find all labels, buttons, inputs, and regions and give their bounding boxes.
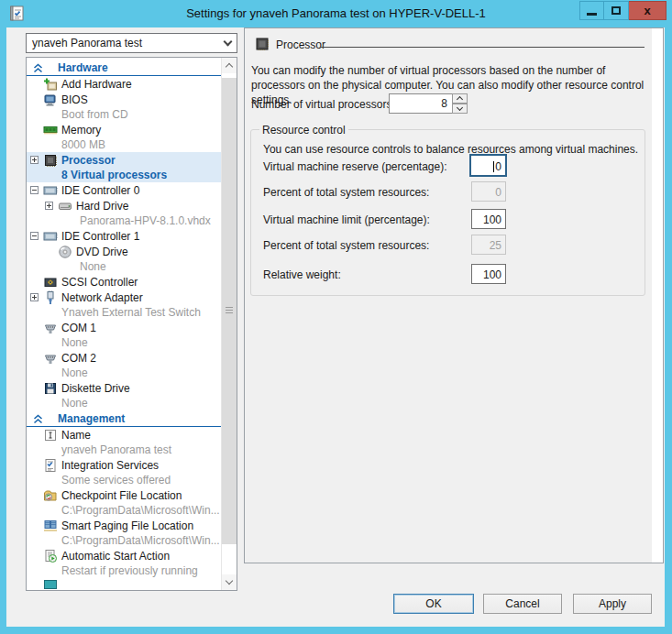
bios-icon bbox=[43, 93, 58, 107]
item-subtext: C:\ProgramData\Microsoft\Win... bbox=[61, 534, 220, 547]
vm-selector-dropdown[interactable]: ynaveh Panorama test bbox=[26, 33, 237, 53]
collapse-section-icon[interactable] bbox=[33, 63, 43, 73]
resource-row-input[interactable]: 100 bbox=[471, 264, 506, 284]
minimize-icon bbox=[587, 13, 597, 16]
sidebar-item-com-2[interactable]: COM 2 bbox=[27, 350, 221, 366]
resource-row-label: Virtual machine limit (percentage): bbox=[263, 213, 430, 226]
spin-down-icon[interactable] bbox=[452, 104, 468, 114]
resource-control-description: You can use resource controls to balance… bbox=[263, 143, 638, 156]
sidebar-item-com-1[interactable]: COM 1 bbox=[27, 320, 221, 335]
pane-title-rule bbox=[320, 47, 644, 48]
network-icon bbox=[43, 290, 58, 305]
sidebar-item-diskette-drive[interactable]: Diskette Drive bbox=[27, 380, 221, 396]
sidebar-item-processor[interactable]: Processor bbox=[27, 152, 221, 168]
dvd-icon bbox=[58, 245, 72, 259]
expand-icon[interactable] bbox=[45, 202, 53, 210]
scroll-down-icon[interactable] bbox=[222, 574, 237, 590]
maximize-button[interactable] bbox=[604, 1, 629, 20]
titlebar[interactable]: Settings for ynaveh Panorama test on HYP… bbox=[0, 0, 672, 27]
section-label: Hardware bbox=[58, 61, 108, 74]
item-subtext-row: None bbox=[27, 259, 221, 274]
sidebar-item-checkpoint-file-location[interactable]: Checkpoint File Location bbox=[27, 487, 221, 503]
item-subtext: Restart if previously running bbox=[61, 564, 198, 577]
sidebar-item-bios[interactable]: BIOS bbox=[27, 92, 221, 107]
add-hardware-icon bbox=[43, 77, 58, 92]
sidebar-item-ide-controller-1[interactable]: IDE Controller 1 bbox=[27, 228, 221, 244]
item-label: Network Adapter bbox=[61, 291, 143, 304]
section-header-management[interactable]: Management bbox=[27, 410, 221, 427]
sidebar-item-scsi-controller[interactable]: SCSI Controller bbox=[27, 274, 221, 290]
cancel-button[interactable]: Cancel bbox=[483, 594, 562, 614]
close-icon: x bbox=[644, 4, 650, 17]
sidebar-item-name[interactable]: Name bbox=[27, 427, 221, 443]
sidebar-item-network-adapter[interactable]: Network Adapter bbox=[27, 290, 221, 305]
settings-pane: Processor You can modify the number of v… bbox=[244, 27, 664, 563]
ok-button[interactable]: OK bbox=[393, 594, 474, 614]
sidebar-item-dvd-drive[interactable]: DVD Drive bbox=[27, 244, 221, 259]
resource-row-relative-weight: Relative weight:100 bbox=[251, 264, 644, 286]
sidebar-item-memory[interactable]: Memory bbox=[27, 122, 221, 137]
item-subtext: None bbox=[80, 260, 106, 273]
item-label: Name bbox=[61, 429, 91, 442]
sidebar-scrollbar[interactable] bbox=[221, 58, 237, 590]
section-header-hardware[interactable]: Hardware bbox=[27, 60, 221, 76]
ide-icon bbox=[43, 229, 58, 244]
ide-icon bbox=[43, 183, 58, 198]
maximize-icon bbox=[611, 6, 621, 15]
resource-row-input: 0 bbox=[471, 181, 506, 202]
item-subtext-row: Panorama-HPV-8.1.0.vhdx bbox=[27, 213, 221, 228]
item-label: IDE Controller 0 bbox=[61, 184, 139, 197]
item-subtext: None bbox=[61, 397, 88, 410]
hard-drive-icon bbox=[58, 199, 72, 213]
pane-title: Processor bbox=[276, 38, 325, 51]
resource-row-label: Relative weight: bbox=[263, 268, 341, 281]
integration-icon bbox=[43, 458, 58, 473]
collapse-section-icon[interactable] bbox=[33, 414, 43, 424]
item-subtext-row: None bbox=[27, 396, 221, 410]
item-label: Automatic Start Action bbox=[61, 550, 170, 563]
close-button[interactable]: x bbox=[629, 1, 666, 20]
sidebar-item-smart-paging-file-location[interactable]: Smart Paging File Location bbox=[27, 518, 221, 533]
expand-icon[interactable] bbox=[30, 156, 39, 164]
resource-row-label: Percent of total system resources: bbox=[263, 239, 429, 252]
sidebar-item-integration-services[interactable]: Integration Services bbox=[27, 457, 221, 473]
expand-icon[interactable] bbox=[30, 293, 39, 301]
item-label: Checkpoint File Location bbox=[61, 489, 182, 502]
num-processors-label: Number of virtual processors: bbox=[251, 98, 395, 111]
com-icon bbox=[43, 321, 58, 335]
collapse-icon[interactable] bbox=[30, 186, 39, 194]
item-label: DVD Drive bbox=[76, 246, 128, 258]
spin-up-icon[interactable] bbox=[452, 93, 468, 104]
scrollbar-thumb[interactable] bbox=[222, 78, 237, 544]
item-label: Memory bbox=[61, 124, 101, 137]
window-title: Settings for ynaveh Panorama test on HYP… bbox=[0, 6, 672, 20]
num-processors-input[interactable]: 8 bbox=[389, 93, 453, 114]
sidebar-item-add-hardware[interactable]: Add Hardware bbox=[27, 76, 221, 92]
resource-control-title: Resource control bbox=[259, 124, 348, 137]
resource-row-input[interactable]: 0 bbox=[469, 154, 507, 177]
item-label: IDE Controller 1 bbox=[61, 230, 139, 243]
sidebar-item-ide-controller-0[interactable]: IDE Controller 0 bbox=[27, 182, 221, 198]
smart-paging-icon bbox=[43, 519, 58, 533]
minimize-button[interactable] bbox=[579, 1, 604, 20]
item-label: Smart Paging File Location bbox=[61, 519, 193, 532]
auto-start-icon bbox=[43, 549, 58, 563]
hardware-list: HardwareAdd HardwareBIOSBoot from CDMemo… bbox=[26, 57, 237, 591]
item-label: SCSI Controller bbox=[61, 276, 138, 289]
item-subtext: None bbox=[61, 366, 88, 379]
item-label: Diskette Drive bbox=[61, 382, 130, 395]
resource-row-value: 0 bbox=[495, 160, 501, 173]
collapse-icon[interactable] bbox=[30, 232, 39, 240]
settings-window: Settings for ynaveh Panorama test on HYP… bbox=[0, 0, 672, 634]
memory-icon bbox=[43, 123, 58, 137]
sidebar-item-automatic-start-action[interactable]: Automatic Start Action bbox=[27, 548, 221, 563]
resource-row-input[interactable]: 100 bbox=[471, 209, 506, 229]
scroll-up-icon[interactable] bbox=[222, 58, 237, 73]
item-subtext: 8 Virtual processors bbox=[61, 169, 167, 181]
resource-row-input: 25 bbox=[471, 235, 506, 255]
clipped-next-item-icon bbox=[44, 580, 57, 589]
item-subtext-row: ynaveh Panorama test bbox=[27, 443, 221, 457]
sidebar-item-hard-drive[interactable]: Hard Drive bbox=[27, 198, 221, 213]
apply-button[interactable]: Apply bbox=[573, 594, 652, 614]
item-subtext-row: C:\ProgramData\Microsoft\Win... bbox=[27, 533, 221, 548]
